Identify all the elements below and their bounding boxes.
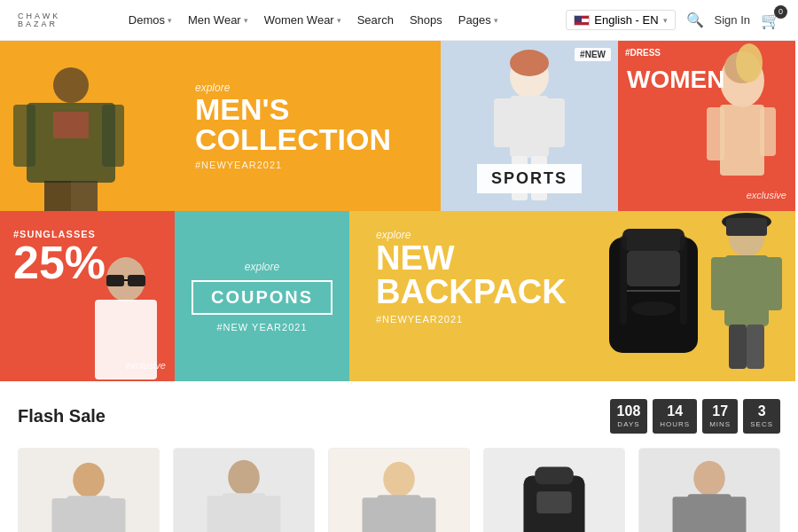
nav-shops[interactable]: Shops xyxy=(410,13,442,27)
svg-rect-55 xyxy=(363,497,380,532)
nav-demos-label: Demos xyxy=(129,13,165,27)
backpack-text: explore NEW BACKPACK #NEWYEAR2021 xyxy=(376,229,769,325)
product-image xyxy=(329,449,469,532)
product-card[interactable] xyxy=(173,448,315,532)
svg-rect-38 xyxy=(729,325,747,369)
banner-mens[interactable]: explore MEN'S COLLECTION #NEWYEAR2021 xyxy=(0,41,441,211)
svg-point-43 xyxy=(73,463,105,498)
coupons-hashtag: #NEW YEAR2021 xyxy=(216,322,307,332)
language-selector[interactable]: English - EN ▾ xyxy=(566,10,675,30)
svg-rect-56 xyxy=(419,497,436,532)
chevron-down-icon: ▾ xyxy=(337,16,341,25)
backpack-hashtag: #NEWYEAR2021 xyxy=(376,314,769,325)
nav-pages[interactable]: Pages ▾ xyxy=(458,13,498,27)
sports-new-tag: #NEW xyxy=(575,48,611,61)
svg-rect-59 xyxy=(535,467,573,485)
svg-rect-54 xyxy=(377,495,420,532)
women-exclusive: exclusive xyxy=(747,190,786,200)
countdown-hours: 14 HOURS xyxy=(653,399,697,434)
svg-rect-39 xyxy=(747,325,764,369)
flash-sale-section: Flash Sale 108 DAYS 14 HOURS 17 MINS 3 S… xyxy=(0,381,798,532)
product-card[interactable] xyxy=(18,448,160,532)
svg-rect-46 xyxy=(108,498,126,532)
days-label: DAYS xyxy=(617,420,641,428)
banner-sports[interactable]: #NEW SPORTS xyxy=(441,41,618,211)
mens-text: explore MEN'S COLLECTION #NEWYEAR2021 xyxy=(35,82,391,170)
coupons-explore: explore xyxy=(245,261,279,273)
women-dress-tag: #DRESS xyxy=(625,48,661,58)
svg-rect-63 xyxy=(687,494,731,532)
chevron-down-icon: ▾ xyxy=(168,16,172,25)
nav-men-wear[interactable]: Men Wear ▾ xyxy=(188,13,248,27)
flash-sale-title: Flash Sale xyxy=(18,406,106,426)
svg-rect-51 xyxy=(263,496,281,532)
flash-sale-header: Flash Sale 108 DAYS 14 HOURS 17 MINS 3 S… xyxy=(18,399,780,434)
product-card[interactable] xyxy=(638,448,780,532)
banner-coupons[interactable]: explore COUPONS #NEW YEAR2021 xyxy=(175,211,349,381)
svg-rect-24 xyxy=(128,275,145,286)
backpack-explore: explore xyxy=(376,229,769,241)
coupons-label: COUPONS xyxy=(192,280,332,315)
days-num: 108 xyxy=(617,404,641,419)
product-image xyxy=(639,449,779,532)
main-nav: Demos ▾ Men Wear ▾ Women Wear ▾ Search S… xyxy=(129,13,498,27)
search-button[interactable]: 🔍 xyxy=(686,12,704,28)
banner-women[interactable]: #DRESS WOMEN exclusive xyxy=(618,41,795,211)
nav-pages-label: Pages xyxy=(458,13,491,27)
svg-rect-45 xyxy=(52,498,70,532)
header-right: English - EN ▾ 🔍 Sign In 🛒 0 xyxy=(566,10,780,30)
mins-label: MINS xyxy=(709,420,731,428)
cart-button[interactable]: 🛒 0 xyxy=(761,11,780,30)
cart-badge: 0 xyxy=(774,5,787,19)
banner-sunglasses[interactable]: #SUNGLASSES 25% exclusive xyxy=(0,211,175,381)
nav-women-wear[interactable]: Women Wear ▾ xyxy=(264,13,341,27)
nav-demos[interactable]: Demos ▾ xyxy=(129,13,172,27)
women-title: WOMEN xyxy=(627,66,724,94)
svg-rect-4 xyxy=(44,181,71,211)
sports-label: SPORTS xyxy=(477,164,582,193)
nav-men-label: Men Wear xyxy=(188,13,241,27)
svg-point-62 xyxy=(693,461,725,497)
product-card[interactable] xyxy=(483,448,625,532)
mins-num: 17 xyxy=(709,404,731,419)
svg-rect-23 xyxy=(106,275,124,286)
svg-rect-10 xyxy=(494,98,513,147)
banner-row-1: explore MEN'S COLLECTION #NEWYEAR2021 xyxy=(0,41,798,211)
banner-row-2: #SUNGLASSES 25% exclusive explore COUPON… xyxy=(0,211,798,381)
backpack-title: NEW BACKPACK xyxy=(376,241,769,309)
svg-point-21 xyxy=(736,43,763,82)
svg-rect-65 xyxy=(729,497,747,532)
secs-label: SECS xyxy=(750,420,773,428)
secs-num: 3 xyxy=(750,404,773,419)
svg-rect-2 xyxy=(13,105,35,167)
hours-label: HOURS xyxy=(660,420,690,428)
svg-rect-5 xyxy=(71,181,98,211)
svg-rect-18 xyxy=(707,107,724,160)
svg-rect-9 xyxy=(510,96,549,158)
chevron-down-icon: ▾ xyxy=(663,16,668,25)
countdown-secs: 3 SECS xyxy=(743,399,780,434)
sunglasses-exclusive: exclusive xyxy=(126,360,166,371)
svg-rect-17 xyxy=(720,105,764,176)
language-label: English - EN xyxy=(594,13,658,27)
nav-search-label: Search xyxy=(357,13,394,27)
chevron-down-icon: ▾ xyxy=(244,16,248,25)
sign-in-link[interactable]: Sign In xyxy=(715,13,750,27)
product-image xyxy=(484,449,624,532)
nav-search[interactable]: Search xyxy=(357,13,394,27)
svg-rect-49 xyxy=(222,493,265,532)
product-image xyxy=(174,449,314,532)
svg-rect-60 xyxy=(536,491,572,513)
mens-explore: explore xyxy=(195,82,391,94)
nav-women-label: Women Wear xyxy=(264,13,334,27)
svg-rect-44 xyxy=(66,496,110,532)
svg-rect-50 xyxy=(207,496,225,532)
svg-rect-11 xyxy=(545,98,565,147)
logo[interactable]: CHAWK BAZAR xyxy=(18,12,60,28)
countdown-timer: 108 DAYS 14 HOURS 17 MINS 3 SECS xyxy=(610,399,780,434)
product-card[interactable] xyxy=(328,448,470,532)
hours-num: 14 xyxy=(660,404,690,419)
countdown-days: 108 DAYS xyxy=(610,399,648,434)
banner-backpack[interactable]: explore NEW BACKPACK #NEWYEAR2021 xyxy=(349,211,795,381)
svg-point-14 xyxy=(510,50,549,76)
